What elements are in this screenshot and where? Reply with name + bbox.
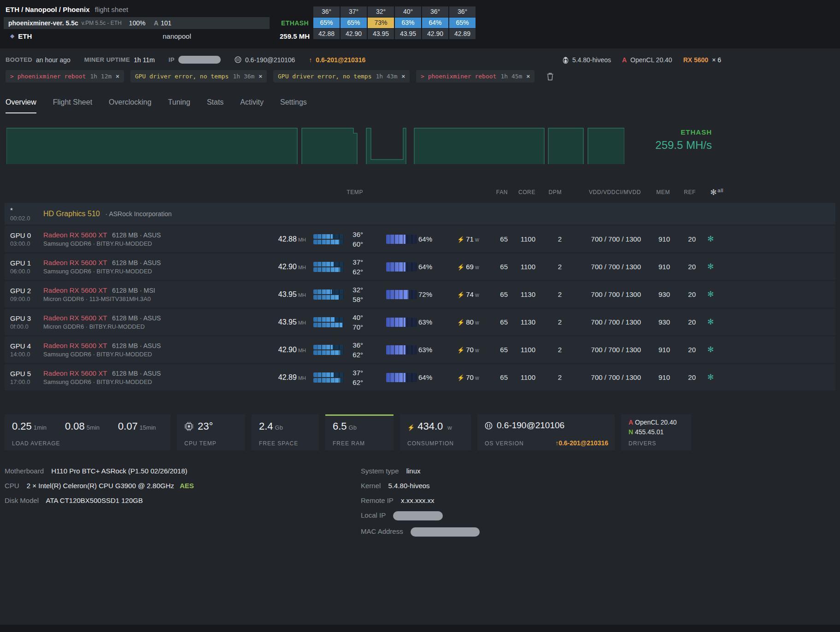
header-gpu-card[interactable]: 36° 64% 42.90 (422, 6, 448, 39)
gpu-memory-detail: Samsung GDDR6 · BITBY.RU-MODDED (43, 268, 241, 275)
gpu-power-cell: ⚡70w (454, 346, 487, 354)
tab[interactable]: Flight Sheet (53, 98, 92, 113)
header-gpu-card[interactable]: 36° 65% 42.88 (313, 6, 340, 39)
fan-icon[interactable]: ✻ (707, 235, 714, 243)
gpu-mem-clock: 910 (643, 346, 672, 354)
tab-bar: Overview Flight Sheet Overclocking Tunin… (0, 88, 840, 113)
os-version-value: 0.6-190@210106 (497, 420, 564, 431)
fan-all-control[interactable]: ✻all (698, 188, 723, 197)
gpu-power: 71 (466, 235, 474, 243)
tab-label: Settings (280, 98, 307, 106)
header-gpu-card[interactable]: 40° 63% 43.95 (395, 6, 421, 39)
gpu-fan-control[interactable]: ✻ (698, 345, 723, 354)
gpu-index[interactable]: GPU 4 (10, 342, 43, 350)
gpu-index[interactable]: GPU 2 (10, 287, 43, 295)
gpu-mem-clock: 910 (643, 235, 672, 243)
free-ram-unit: Gb (349, 424, 357, 431)
gpu-vdd: 700 / 700 / 1300 (564, 346, 643, 354)
power-bolt-icon: ⚡ (457, 264, 464, 271)
fan-icon[interactable]: ✻ (707, 345, 714, 354)
header-gpu-card[interactable]: 32° 73% 43.95 (368, 6, 394, 39)
fan-all-icon[interactable]: ✻ (710, 188, 717, 197)
gpu-model-link[interactable]: Radeon RX 5600 XT (43, 314, 107, 322)
tab[interactable]: Tuning (168, 98, 190, 113)
gpu-model-link[interactable]: Radeon RX 5600 XT (43, 342, 107, 349)
gpu-fan-control[interactable]: ✻ (698, 317, 723, 327)
gpu-fan-setting: 65 (487, 263, 510, 271)
gpu-fan-control[interactable]: ✻ (698, 262, 723, 272)
fan-icon[interactable]: ✻ (707, 262, 714, 271)
gpu-index-cell[interactable]: GPU 3 0f:00.0 (5, 314, 43, 330)
gpu-index[interactable]: GPU 5 (10, 370, 43, 378)
os-update-link[interactable]: ↑ 0.6-201@210316 (309, 56, 365, 64)
gpu-index-cell[interactable]: GPU 5 17:00.0 (5, 370, 43, 385)
drivers-label: DRIVERS (629, 440, 656, 447)
system-type-row: System type linux (361, 467, 835, 475)
gpu-memory-info: 6128 MB · ASUS (112, 342, 161, 349)
alert-close-icon[interactable]: × (401, 73, 405, 80)
gpu-index-cell[interactable]: GPU 1 06:00.0 (5, 259, 43, 275)
alert-close-icon[interactable]: × (526, 73, 530, 80)
alert-close-icon[interactable]: × (116, 73, 119, 80)
gpu-model-link[interactable]: Radeon RX 5600 XT (43, 231, 107, 239)
gpu-memory-info: 6128 MB · ASUS (112, 259, 161, 266)
gpu-summary-count: × 6 (712, 56, 721, 64)
clear-alerts-trash-icon[interactable] (546, 72, 554, 81)
alert-close-icon[interactable]: × (258, 73, 262, 80)
gpu-ref: 20 (672, 373, 698, 381)
gpu-model-link[interactable]: Radeon RX 5600 XT (43, 259, 107, 266)
breadcrumb-title[interactable]: ETH / Nanopool / Phoenix (6, 6, 90, 13)
tab[interactable]: Activity (240, 98, 264, 113)
gpu-memory-detail: Micron GDDR6 · BITBY.RU-MODDED (43, 323, 241, 330)
os-version-label: OS VERSION (485, 440, 524, 447)
col-core: CORE (510, 189, 537, 195)
gpu-mem-temp: 58° (344, 295, 363, 304)
gpu-vdd: 700 / 700 / 1300 (564, 373, 643, 381)
gpu-dpm: 2 (537, 373, 564, 381)
fan-gauge-fill (386, 373, 405, 382)
gpu-fan-control[interactable]: ✻ (698, 372, 723, 382)
gpu-bus-id: 06:00.0 (10, 268, 43, 275)
gpu-memory-info: 6128 MB · ASUS (112, 370, 161, 377)
gpu-index-cell[interactable]: GPU 2 09:00.0 (5, 287, 43, 302)
fan-icon[interactable]: ✻ (707, 373, 714, 382)
alert-text: GPU driver error, no temps (135, 73, 229, 80)
gpu-hashrate-unit: MH (298, 292, 306, 298)
gpu-index[interactable]: GPU 0 (10, 231, 43, 239)
tab[interactable]: Settings (280, 98, 307, 113)
opencl-status: A OpenCL 20.40 (622, 56, 672, 64)
tab[interactable]: Overclocking (109, 98, 151, 113)
gpu-fan-setting: 65 (487, 318, 510, 326)
redacted-local-ip-blob (393, 511, 443, 520)
gpu-fan-control[interactable]: ✻ (698, 234, 723, 244)
header-gpu-card[interactable]: 37° 65% 42.90 (341, 6, 367, 39)
mem-temp-gauge-fill (313, 295, 339, 300)
col-dpm: DPM (537, 189, 564, 195)
disk-model-label: Disk Model (5, 496, 39, 504)
system-type-value: linux (406, 467, 421, 475)
gpu-power-unit: w (475, 292, 479, 298)
gpu-fan-percent: 63% (417, 346, 438, 354)
gpu-hashrate-cell: 43.95MH (241, 318, 311, 326)
gpu-index[interactable]: GPU 3 (10, 314, 43, 322)
gpu-model-link[interactable]: Radeon RX 5600 XT (43, 369, 107, 377)
gpu-model-link[interactable]: Radeon RX 5600 XT (43, 286, 107, 294)
gpu-index-cell[interactable]: GPU 0 03:00.0 (5, 231, 43, 247)
gpu-fan-control[interactable]: ✻ (698, 289, 723, 299)
core-temp-gauge (313, 372, 344, 377)
tab[interactable]: Overview (6, 98, 36, 113)
fan-icon[interactable]: ✻ (707, 290, 714, 299)
gpu-index-cell[interactable]: GPU 4 14:00.0 (5, 342, 43, 358)
core-temp-gauge-fill (313, 262, 334, 266)
gpu-core-clock: 1100 (510, 373, 537, 381)
fan-icon[interactable]: ✻ (707, 318, 714, 326)
os-version-update-link[interactable]: ↑0.6-201@210316 (555, 439, 608, 447)
alert-time: 1h 36m (233, 73, 254, 80)
gpu-card-temp: 36° (422, 6, 448, 17)
gpu-fan-setting: 65 (487, 346, 510, 354)
fan-all-label: all (717, 188, 723, 193)
tab[interactable]: Stats (207, 98, 223, 113)
worker-header: ETH / Nanopool / Phoenix flight sheet ph… (0, 0, 840, 48)
header-gpu-card[interactable]: 36° 65% 42.89 (449, 6, 476, 39)
gpu-index[interactable]: GPU 1 (10, 259, 43, 267)
